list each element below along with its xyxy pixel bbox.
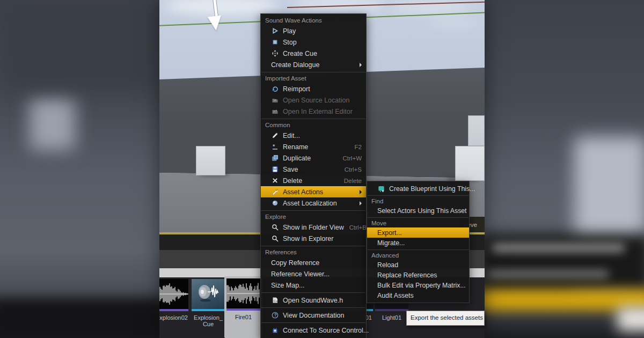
asset-type-color-bar (226, 308, 260, 311)
menu-section-header-sound-wave-actions: Sound Wave Actions (261, 16, 366, 25)
submenu-arrow-icon (360, 201, 362, 205)
menu-item-label: Rename (283, 143, 349, 151)
menu-separator (261, 292, 365, 293)
menu-item-label: Asset Localization (283, 200, 355, 207)
menu-item-shortcut: Ctrl+S (345, 166, 362, 173)
menu-item-open-source-location[interactable]: Open Source Location (261, 94, 366, 106)
menu-item-save[interactable]: SaveCtrl+S (261, 164, 366, 175)
sound-wave-context-menu: Sound Wave ActionsPlayStopCreate CueCrea… (260, 13, 367, 338)
menu-separator (261, 322, 365, 323)
menu-item-label: Edit... (283, 132, 362, 139)
menu-item-show-in-explorer[interactable]: Show in Explorer (261, 233, 366, 244)
menu-item-select-actors-using-this-asset[interactable]: Select Actors Using This Asset (367, 205, 469, 216)
menu-item-replace-references[interactable]: Replace References (367, 270, 469, 280)
menu-item-label: Bulk Edit via Property Matrix... (377, 282, 466, 289)
delete-icon (271, 177, 279, 185)
menu-item-label: View Documentation (283, 312, 362, 319)
menu-item-open-in-external-editor[interactable]: Open In External Editor (261, 106, 366, 117)
menu-item-label: Audit Assets (377, 292, 465, 299)
asset-type-color-bar (375, 309, 408, 311)
menu-item-size-map[interactable]: Size Map... (261, 280, 366, 291)
move-gizmo-arrowhead (207, 16, 223, 32)
menu-item-asset-actions[interactable]: Asset Actions (261, 186, 366, 197)
menu-item-copy-reference[interactable]: Copy Reference (261, 257, 366, 268)
menu-item-open-soundwave-h[interactable]: C+Open SoundWave.h (261, 295, 366, 306)
menu-separator (261, 246, 365, 246)
sound-cue-thumbnail (192, 279, 225, 309)
menu-item-edit[interactable]: Edit... (261, 130, 366, 141)
menu-section-header-advanced: Advanced (367, 252, 469, 260)
menu-item-label: Play (283, 27, 362, 35)
magnifier-icon (271, 235, 279, 243)
menu-item-stop[interactable]: Stop (261, 36, 366, 48)
menu-item-duplicate[interactable]: DuplicateCtrl+W (261, 152, 366, 164)
menu-item-play[interactable]: Play (261, 25, 366, 36)
menu-item-asset-localization[interactable]: Asset Localization (261, 197, 366, 209)
menu-section-header-imported-asset: Imported Asset (261, 74, 366, 83)
stop-icon (271, 39, 279, 46)
submenu-arrow-icon (360, 190, 362, 194)
asset-tile-fire01[interactable]: Fire01 (224, 276, 262, 338)
menu-item-shortcut: Ctrl+W (343, 155, 362, 161)
menu-section-header-common: Common (261, 121, 366, 130)
asset-name: Explosion02 (159, 314, 188, 321)
menu-section-header-references: References (261, 248, 366, 257)
menu-section-header-find: Find (367, 197, 469, 205)
cube-right-upper[interactable] (468, 115, 485, 146)
menu-separator (261, 72, 365, 72)
menu-item-create-blueprint-using-this[interactable]: ★Create Blueprint Using This... (367, 183, 469, 194)
source-control-icon (271, 327, 279, 334)
create-cue-icon (271, 50, 279, 57)
asset-name: Fire01 (226, 314, 260, 320)
menu-item-reload[interactable]: Reload (367, 260, 469, 270)
submenu-arrow-icon (360, 63, 362, 67)
asset-tile-explosion02[interactable]: Explosion02 (159, 279, 188, 321)
menu-item-label: Duplicate (283, 155, 338, 162)
menu-separator (261, 119, 365, 119)
menu-item-migrate[interactable]: Migrate... (367, 238, 469, 248)
rename-icon: * (271, 143, 279, 151)
menu-item-label: Show in Folder View (283, 224, 344, 231)
menu-item-reference-viewer[interactable]: Reference Viewer... (261, 268, 366, 280)
svg-text:★: ★ (382, 189, 384, 192)
asset-tile-explosion-cue[interactable]: Explosion_Cue (192, 279, 225, 327)
menu-item-bulk-edit-via-property-matrix[interactable]: Bulk Edit via Property Matrix... (367, 280, 469, 290)
tooltip-text: Export the selected assets to (411, 314, 485, 321)
edit-icon (271, 132, 279, 139)
menu-item-rename[interactable]: *RenameF2 (261, 141, 366, 152)
cpp-header-icon: C+ (271, 297, 279, 304)
play-icon (271, 27, 279, 35)
menu-item-audit-assets[interactable]: Audit Assets (367, 290, 469, 300)
menu-item-create-dialogue[interactable]: Create Dialogue (261, 59, 366, 70)
menu-item-label: Create Cue (283, 50, 362, 57)
menu-item-label: Delete (283, 177, 339, 185)
viewport[interactable]: Leve Explosion02 (159, 0, 485, 338)
menu-item-label: Copy Reference (271, 259, 362, 267)
menu-item-view-documentation[interactable]: ?View Documentation (261, 310, 366, 321)
menu-item-label: Stop (283, 39, 362, 46)
menu-item-label: Open SoundWave.h (283, 297, 362, 304)
menu-item-export[interactable]: Export... (367, 227, 469, 238)
sound-wave-thumbnail (159, 279, 188, 309)
menu-item-label: Asset Actions (283, 188, 355, 196)
reimport-icon (271, 85, 279, 93)
cube-right-lower[interactable] (455, 146, 485, 181)
asset-actions-icon (271, 188, 279, 196)
menu-item-label: Export... (377, 229, 465, 237)
menu-item-create-cue[interactable]: Create Cue (261, 48, 366, 59)
menu-item-label: Open Source Location (283, 97, 362, 104)
menu-item-connect-to-source-control[interactable]: Connect To Source Control... (261, 325, 366, 336)
open-external-editor-icon (271, 108, 279, 115)
menu-item-reimport[interactable]: Reimport (261, 83, 366, 94)
menu-separator (368, 217, 469, 218)
menu-item-label: Select Actors Using This Asset (377, 207, 467, 215)
open-source-location-icon (271, 97, 279, 104)
menu-item-label: Reimport (283, 85, 362, 93)
menu-item-delete[interactable]: DeleteDelete (261, 175, 366, 186)
sound-wave-thumbnail (226, 278, 260, 308)
menu-item-show-in-folder-view[interactable]: Show in Folder ViewCtrl+B (261, 222, 366, 233)
svg-text:?: ? (274, 312, 276, 318)
cube-center[interactable] (196, 146, 225, 175)
magnifier-icon (271, 224, 279, 231)
menu-separator (261, 307, 365, 308)
